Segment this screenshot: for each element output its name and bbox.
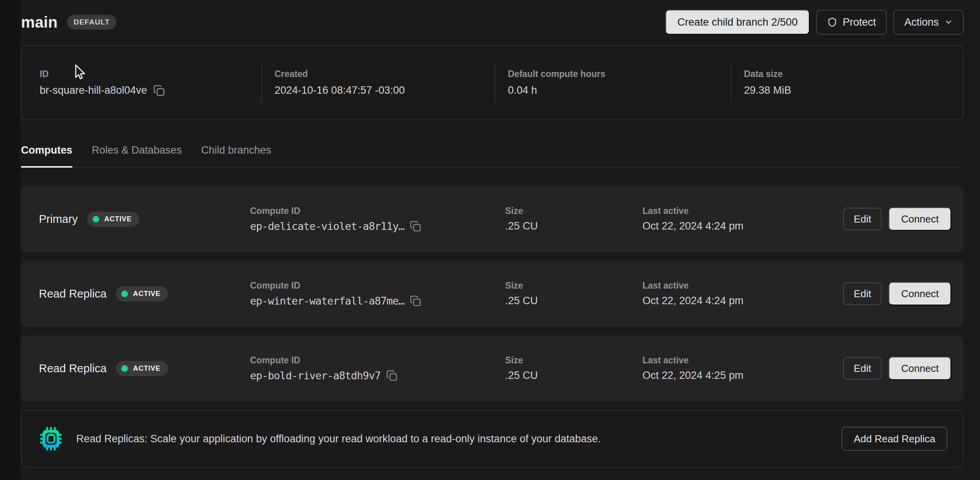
compute-name: Primary [39, 213, 78, 226]
size-value: .25 CU [505, 370, 642, 382]
branch-tabs: Computes Roles & Databases Child branche… [21, 144, 964, 168]
read-replica-banner-text: Read Replicas: Scale your application by… [76, 433, 842, 445]
branch-compute-hours-field: Default compute hours 0.04 h [495, 62, 731, 103]
size-value: .25 CU [505, 220, 642, 232]
last-active-label: Last active [642, 280, 843, 291]
size-cell: Size .25 CU [505, 280, 642, 307]
branch-id-label: ID [40, 69, 261, 79]
compute-id-label: Compute ID [250, 206, 505, 216]
compute-id-cell: Compute ID ep-delicate-violet-a8r11y… [250, 206, 505, 232]
size-value: .25 CU [505, 295, 642, 307]
status-badge: ACTIVE [116, 361, 168, 376]
branch-compute-hours-label: Default compute hours [508, 69, 731, 79]
size-cell: Size .25 CU [505, 355, 642, 382]
copy-icon[interactable] [386, 370, 397, 381]
status-badge: ACTIVE [87, 212, 139, 227]
branch-created-field: Created 2024-10-16 08:47:57 -03:00 [261, 62, 495, 103]
actions-button[interactable]: Actions [893, 10, 964, 35]
size-label: Size [505, 206, 642, 216]
active-dot-icon [121, 365, 128, 372]
tab-roles-databases[interactable]: Roles & Databases [92, 144, 182, 167]
edit-button[interactable]: Edit [843, 282, 882, 305]
branch-created-label: Created [275, 69, 495, 79]
header-actions: Create child branch 2/500 Protect Action… [665, 10, 964, 35]
default-badge: DEFAULT [67, 15, 116, 30]
branch-data-size-field: Data size 29.38 MiB [731, 62, 963, 103]
compute-id-value: ep-bold-river-a8tdh9v7 [250, 370, 381, 382]
status-badge-label: ACTIVE [104, 215, 132, 223]
compute-id-label: Compute ID [250, 280, 505, 291]
active-dot-icon [93, 216, 99, 222]
size-cell: Size .25 CU [505, 206, 642, 232]
compute-id-value: ep-delicate-violet-a8r11y… [250, 220, 404, 232]
actions-button-label: Actions [904, 16, 939, 28]
compute-id-cell: Compute ID ep-winter-waterfall-a87me… [250, 280, 505, 307]
branch-page-content: main DEFAULT Create child branch 2/500 P… [20, 0, 980, 480]
status-badge: ACTIVE [116, 286, 168, 301]
branch-compute-hours-value: 0.04 h [508, 84, 731, 96]
compute-name: Read Replica [39, 362, 107, 375]
branch-header: main DEFAULT Create child branch 2/500 P… [21, 9, 964, 35]
size-label: Size [505, 280, 642, 291]
branch-data-size-label: Data size [744, 69, 963, 79]
branch-info-card: ID br-square-hill-a8ol04ve Created 2024-… [21, 45, 964, 120]
last-active-value: Oct 22, 2024 4:25 pm [642, 370, 843, 382]
edit-button[interactable]: Edit [843, 208, 882, 230]
protect-button[interactable]: Protect [816, 10, 887, 35]
branch-title-group: main DEFAULT [21, 14, 116, 31]
connect-button[interactable]: Connect [889, 357, 951, 380]
last-active-cell: Last active Oct 22, 2024 4:25 pm [642, 355, 843, 382]
compute-row-primary: Primary ACTIVE Compute ID ep-delicate-vi… [21, 186, 964, 252]
shield-icon [827, 17, 837, 28]
compute-id-label: Compute ID [250, 355, 505, 366]
compute-name: Read Replica [39, 287, 107, 300]
last-active-label: Last active [642, 355, 843, 366]
status-badge-label: ACTIVE [133, 364, 161, 373]
last-active-value: Oct 22, 2024 4:24 pm [642, 295, 843, 307]
add-read-replica-button[interactable]: Add Read Replica [842, 427, 947, 451]
create-child-branch-button[interactable]: Create child branch 2/500 [665, 10, 810, 35]
compute-row-read-replica-1: Read Replica ACTIVE Compute ID ep-winter… [21, 261, 964, 327]
branch-id-value: br-square-hill-a8ol04ve [40, 84, 147, 96]
edit-button[interactable]: Edit [843, 357, 882, 380]
last-active-label: Last active [642, 206, 843, 216]
branch-data-size-value: 29.38 MiB [744, 84, 963, 96]
compute-row-read-replica-2: Read Replica ACTIVE Compute ID ep-bold-r… [21, 335, 964, 401]
protect-button-label: Protect [843, 16, 876, 28]
copy-icon[interactable] [153, 85, 165, 96]
page-title: main [21, 14, 58, 31]
last-active-cell: Last active Oct 22, 2024 4:24 pm [642, 280, 843, 307]
status-badge-label: ACTIVE [133, 290, 161, 298]
copy-icon[interactable] [410, 221, 421, 232]
copy-icon[interactable] [410, 295, 421, 307]
branch-page-panel: main DEFAULT Create child branch 2/500 P… [20, 0, 980, 480]
compute-id-cell: Compute ID ep-bold-river-a8tdh9v7 [250, 355, 505, 382]
chevron-down-icon [944, 18, 953, 26]
read-replica-banner: Read Replicas: Scale your application by… [21, 410, 964, 468]
branch-created-value: 2024-10-16 08:47:57 -03:00 [275, 84, 495, 96]
size-label: Size [505, 355, 642, 366]
active-dot-icon [121, 291, 128, 297]
connect-button[interactable]: Connect [889, 207, 951, 231]
tab-child-branches[interactable]: Child branches [201, 144, 271, 167]
compute-id-value: ep-winter-waterfall-a87me… [250, 295, 404, 307]
last-active-value: Oct 22, 2024 4:24 pm [642, 220, 843, 232]
connect-button[interactable]: Connect [889, 282, 951, 305]
branch-id-field: ID br-square-hill-a8ol04ve [22, 62, 261, 103]
tab-computes[interactable]: Computes [21, 144, 72, 168]
last-active-cell: Last active Oct 22, 2024 4:24 pm [642, 206, 843, 232]
chip-icon [40, 427, 62, 451]
